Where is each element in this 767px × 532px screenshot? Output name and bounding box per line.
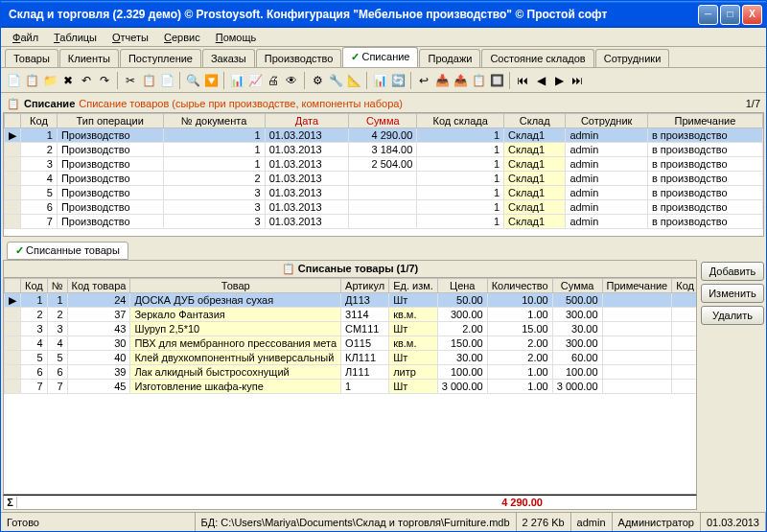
cell[interactable]: 1 bbox=[341, 380, 389, 394]
cell[interactable]: 1 bbox=[672, 308, 697, 322]
cell[interactable] bbox=[349, 200, 417, 215]
toolbar-icon[interactable]: ↷ bbox=[96, 72, 113, 89]
cell[interactable]: 3 000.00 bbox=[437, 380, 487, 394]
tab-Сотрудники[interactable]: Сотрудники bbox=[595, 49, 670, 67]
cell[interactable]: 50.00 bbox=[437, 293, 487, 308]
cell[interactable]: 100.00 bbox=[552, 365, 602, 380]
cell[interactable]: в производство bbox=[647, 215, 762, 229]
tab-Клиенты[interactable]: Клиенты bbox=[59, 49, 119, 67]
menu-Таблицы[interactable]: Таблицы bbox=[46, 30, 105, 45]
col-header[interactable]: Цена bbox=[437, 279, 487, 293]
cell[interactable]: Производство bbox=[57, 215, 163, 229]
cell[interactable]: в производство bbox=[647, 157, 762, 172]
cell[interactable]: 3114 bbox=[341, 308, 389, 322]
cell[interactable]: 45 bbox=[67, 380, 130, 394]
cell[interactable]: 1 bbox=[417, 143, 504, 157]
subtab-items[interactable]: ✓Списанные товары bbox=[7, 242, 128, 260]
toolbar-icon[interactable]: 📤 bbox=[452, 72, 469, 89]
cell[interactable]: admin bbox=[566, 128, 648, 143]
toolbar-icon[interactable]: 📊 bbox=[371, 72, 388, 89]
close-button[interactable]: X bbox=[742, 5, 762, 25]
col-header[interactable]: Примечание bbox=[647, 114, 762, 128]
cell[interactable] bbox=[602, 308, 672, 322]
col-header[interactable]: Артикул bbox=[341, 279, 389, 293]
cell[interactable]: admin bbox=[566, 186, 648, 200]
col-header[interactable]: Код списания bbox=[672, 279, 697, 293]
cell[interactable]: 3 184.00 bbox=[349, 143, 417, 157]
cell[interactable]: 1.00 bbox=[487, 380, 552, 394]
top-grid[interactable]: КодТип операции№ документаДатаСуммаКод с… bbox=[3, 112, 764, 237]
cell[interactable]: admin bbox=[566, 157, 648, 172]
cell[interactable]: кв.м. bbox=[389, 308, 438, 322]
cell[interactable] bbox=[349, 172, 417, 186]
tab-Продажи[interactable]: Продажи bbox=[419, 49, 480, 67]
cell[interactable]: 01.03.2013 bbox=[265, 128, 349, 143]
cell[interactable]: admin bbox=[566, 172, 648, 186]
cell[interactable]: в производство bbox=[647, 128, 762, 143]
cell[interactable] bbox=[349, 186, 417, 200]
cell[interactable]: 300.00 bbox=[437, 308, 487, 322]
cell[interactable]: Склад1 bbox=[504, 157, 566, 172]
cell[interactable]: 7 bbox=[21, 215, 58, 229]
toolbar-icon[interactable]: 🔧 bbox=[327, 72, 344, 89]
toolbar-icon[interactable]: 👁 bbox=[283, 72, 300, 89]
cell[interactable]: 3 bbox=[47, 322, 67, 336]
cell[interactable]: Склад1 bbox=[504, 172, 566, 186]
col-header[interactable]: Дата bbox=[265, 114, 349, 128]
menu-Помощь[interactable]: Помощь bbox=[208, 30, 265, 45]
col-header[interactable]: Сотрудник bbox=[566, 114, 648, 128]
cell[interactable]: Шт bbox=[389, 351, 438, 365]
add-button[interactable]: Добавить bbox=[701, 262, 764, 281]
menu-Отчеты[interactable]: Отчеты bbox=[105, 30, 156, 45]
col-header[interactable]: Код товара bbox=[67, 279, 130, 293]
cell[interactable]: 3 bbox=[163, 186, 265, 200]
cell[interactable]: 1 bbox=[672, 380, 697, 394]
cell[interactable]: Склад1 bbox=[504, 128, 566, 143]
cell[interactable]: ДОСКА ДУБ обрезная сухая bbox=[130, 293, 341, 308]
cell[interactable]: 3 bbox=[21, 322, 48, 336]
toolbar-icon[interactable]: 📈 bbox=[246, 72, 264, 89]
cell[interactable]: 2.00 bbox=[437, 322, 487, 336]
cell[interactable]: Производство bbox=[57, 200, 163, 215]
delete-button[interactable]: Удалить bbox=[701, 306, 764, 325]
cell[interactable]: СМ111 bbox=[341, 322, 389, 336]
cell[interactable]: Шт bbox=[389, 293, 438, 308]
toolbar-icon[interactable]: ↶ bbox=[78, 72, 95, 89]
cell[interactable]: 1 bbox=[21, 128, 58, 143]
cell[interactable]: Лак алкидный быстросохнущий bbox=[130, 365, 341, 380]
cell[interactable]: 30 bbox=[67, 336, 130, 351]
toolbar-icon[interactable]: 🔍 bbox=[184, 72, 201, 89]
cell[interactable]: 150.00 bbox=[437, 336, 487, 351]
cell[interactable]: admin bbox=[566, 215, 648, 229]
cell[interactable]: 2 bbox=[47, 308, 67, 322]
cell[interactable]: 1.00 bbox=[487, 365, 552, 380]
cell[interactable]: 6 bbox=[21, 200, 58, 215]
cell[interactable]: Д113 bbox=[341, 293, 389, 308]
cell[interactable]: 01.03.2013 bbox=[265, 172, 349, 186]
cell[interactable]: 40 bbox=[67, 351, 130, 365]
cell[interactable]: Производство bbox=[57, 172, 163, 186]
col-header[interactable]: № документа bbox=[163, 114, 265, 128]
cell[interactable]: ПВХ для мембранного прессования мета bbox=[130, 336, 341, 351]
cell[interactable]: 6 bbox=[47, 365, 67, 380]
col-header[interactable]: Количество bbox=[487, 279, 552, 293]
cell[interactable]: 01.03.2013 bbox=[265, 186, 349, 200]
cell[interactable]: Производство bbox=[57, 128, 163, 143]
cell[interactable]: 1 bbox=[163, 143, 265, 157]
cell[interactable]: в производство bbox=[647, 172, 762, 186]
cell[interactable]: 24 bbox=[67, 293, 130, 308]
tab-Товары[interactable]: Товары bbox=[5, 49, 58, 67]
cell[interactable]: 1 bbox=[672, 365, 697, 380]
cell[interactable]: 15.00 bbox=[487, 322, 552, 336]
cell[interactable]: 3 bbox=[21, 157, 58, 172]
tab-Поступление[interactable]: Поступление bbox=[120, 49, 201, 67]
cell[interactable]: 5 bbox=[21, 186, 58, 200]
col-header[interactable]: Ед. изм. bbox=[389, 279, 438, 293]
maximize-button[interactable]: □ bbox=[720, 5, 740, 25]
cell[interactable]: 1 bbox=[417, 128, 504, 143]
col-header[interactable]: Код склада bbox=[417, 114, 504, 128]
cell[interactable]: 5 bbox=[21, 351, 48, 365]
toolbar-icon[interactable]: 🔽 bbox=[202, 72, 220, 89]
cell[interactable]: 1 bbox=[672, 322, 697, 336]
cell[interactable]: admin bbox=[566, 200, 648, 215]
